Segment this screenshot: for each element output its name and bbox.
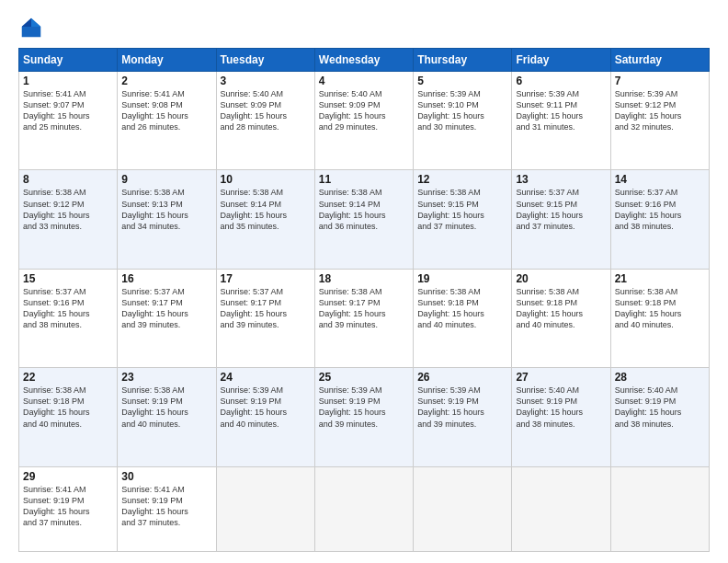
day-number: 29 — [23, 470, 113, 483]
calendar-cell: 5Sunrise: 5:39 AM Sunset: 9:10 PM Daylig… — [414, 72, 512, 170]
calendar-cell: 29Sunrise: 5:41 AM Sunset: 9:19 PM Dayli… — [19, 466, 118, 551]
column-header-monday: Monday — [118, 49, 216, 72]
day-number: 18 — [319, 272, 409, 285]
day-info: Sunrise: 5:39 AM Sunset: 9:10 PM Dayligh… — [417, 88, 507, 133]
day-number: 25 — [319, 371, 409, 384]
day-number: 13 — [516, 173, 606, 186]
day-number: 19 — [417, 272, 507, 285]
calendar-cell: 10Sunrise: 5:38 AM Sunset: 9:14 PM Dayli… — [216, 170, 314, 269]
day-info: Sunrise: 5:37 AM Sunset: 9:16 PM Dayligh… — [23, 286, 113, 331]
calendar-cell — [414, 466, 512, 551]
day-number: 6 — [516, 75, 606, 87]
calendar-cell: 19Sunrise: 5:38 AM Sunset: 9:18 PM Dayli… — [414, 269, 512, 367]
calendar-cell: 1Sunrise: 5:41 AM Sunset: 9:07 PM Daylig… — [19, 72, 118, 170]
calendar-cell: 28Sunrise: 5:40 AM Sunset: 9:19 PM Dayli… — [610, 368, 709, 466]
calendar-cell — [512, 466, 610, 551]
day-info: Sunrise: 5:39 AM Sunset: 9:19 PM Dayligh… — [221, 385, 311, 430]
day-number: 27 — [516, 371, 606, 384]
logo-icon — [18, 15, 44, 40]
calendar-cell: 30Sunrise: 5:41 AM Sunset: 9:19 PM Dayli… — [118, 466, 216, 551]
day-number: 16 — [121, 272, 211, 285]
day-number: 23 — [121, 371, 211, 384]
day-number: 2 — [121, 75, 211, 87]
day-info: Sunrise: 5:37 AM Sunset: 9:17 PM Dayligh… — [121, 286, 211, 331]
day-number: 8 — [23, 173, 113, 186]
calendar-cell: 11Sunrise: 5:38 AM Sunset: 9:14 PM Dayli… — [314, 170, 413, 269]
day-info: Sunrise: 5:38 AM Sunset: 9:14 PM Dayligh… — [221, 187, 311, 232]
calendar-cell: 21Sunrise: 5:38 AM Sunset: 9:18 PM Dayli… — [610, 269, 709, 367]
calendar-cell: 15Sunrise: 5:37 AM Sunset: 9:16 PM Dayli… — [19, 269, 118, 367]
calendar-cell: 22Sunrise: 5:38 AM Sunset: 9:18 PM Dayli… — [19, 368, 118, 466]
svg-marker-2 — [22, 18, 31, 27]
day-number: 9 — [121, 173, 211, 186]
calendar-cell: 17Sunrise: 5:37 AM Sunset: 9:17 PM Dayli… — [216, 269, 314, 367]
page: SundayMondayTuesdayWednesdayThursdayFrid… — [0, 0, 728, 563]
day-number: 5 — [417, 75, 507, 87]
calendar-cell: 20Sunrise: 5:38 AM Sunset: 9:18 PM Dayli… — [512, 269, 610, 367]
day-number: 10 — [221, 173, 311, 186]
day-info: Sunrise: 5:38 AM Sunset: 9:14 PM Dayligh… — [319, 187, 409, 232]
calendar-cell: 27Sunrise: 5:40 AM Sunset: 9:19 PM Dayli… — [512, 368, 610, 466]
day-number: 12 — [417, 173, 507, 186]
calendar-table: SundayMondayTuesdayWednesdayThursdayFrid… — [18, 48, 710, 552]
day-info: Sunrise: 5:39 AM Sunset: 9:19 PM Dayligh… — [417, 385, 507, 430]
calendar-cell: 4Sunrise: 5:40 AM Sunset: 9:09 PM Daylig… — [314, 72, 413, 170]
calendar-cell: 14Sunrise: 5:37 AM Sunset: 9:16 PM Dayli… — [610, 170, 709, 269]
calendar-cell — [314, 466, 413, 551]
day-number: 15 — [23, 272, 113, 285]
calendar-cell: 24Sunrise: 5:39 AM Sunset: 9:19 PM Dayli… — [216, 368, 314, 466]
day-number: 3 — [221, 75, 311, 87]
day-info: Sunrise: 5:39 AM Sunset: 9:12 PM Dayligh… — [615, 88, 705, 133]
svg-marker-1 — [31, 18, 40, 27]
header — [18, 15, 710, 40]
day-number: 24 — [221, 371, 311, 384]
calendar-cell: 2Sunrise: 5:41 AM Sunset: 9:08 PM Daylig… — [118, 72, 216, 170]
day-number: 7 — [615, 75, 705, 87]
calendar-cell — [216, 466, 314, 551]
day-info: Sunrise: 5:37 AM Sunset: 9:15 PM Dayligh… — [516, 187, 606, 232]
calendar-cell: 18Sunrise: 5:38 AM Sunset: 9:17 PM Dayli… — [314, 269, 413, 367]
day-number: 11 — [319, 173, 409, 186]
day-info: Sunrise: 5:41 AM Sunset: 9:19 PM Dayligh… — [121, 484, 211, 529]
day-info: Sunrise: 5:37 AM Sunset: 9:16 PM Dayligh… — [615, 187, 705, 232]
day-info: Sunrise: 5:38 AM Sunset: 9:18 PM Dayligh… — [417, 286, 507, 331]
day-info: Sunrise: 5:38 AM Sunset: 9:13 PM Dayligh… — [121, 187, 211, 232]
day-info: Sunrise: 5:38 AM Sunset: 9:18 PM Dayligh… — [23, 385, 113, 430]
calendar-row-3: 22Sunrise: 5:38 AM Sunset: 9:18 PM Dayli… — [19, 368, 710, 466]
calendar-cell: 13Sunrise: 5:37 AM Sunset: 9:15 PM Dayli… — [512, 170, 610, 269]
day-number: 17 — [221, 272, 311, 285]
day-info: Sunrise: 5:38 AM Sunset: 9:18 PM Dayligh… — [615, 286, 705, 331]
day-info: Sunrise: 5:39 AM Sunset: 9:19 PM Dayligh… — [319, 385, 409, 430]
column-header-saturday: Saturday — [610, 49, 709, 72]
calendar-cell: 6Sunrise: 5:39 AM Sunset: 9:11 PM Daylig… — [512, 72, 610, 170]
calendar-row-0: 1Sunrise: 5:41 AM Sunset: 9:07 PM Daylig… — [19, 72, 710, 170]
day-number: 4 — [319, 75, 409, 87]
day-number: 20 — [516, 272, 606, 285]
day-info: Sunrise: 5:38 AM Sunset: 9:17 PM Dayligh… — [319, 286, 409, 331]
day-number: 22 — [23, 371, 113, 384]
logo — [18, 15, 48, 40]
calendar-row-2: 15Sunrise: 5:37 AM Sunset: 9:16 PM Dayli… — [19, 269, 710, 367]
calendar-cell — [610, 466, 709, 551]
calendar-cell: 7Sunrise: 5:39 AM Sunset: 9:12 PM Daylig… — [610, 72, 709, 170]
day-info: Sunrise: 5:41 AM Sunset: 9:08 PM Dayligh… — [121, 88, 211, 133]
day-info: Sunrise: 5:37 AM Sunset: 9:17 PM Dayligh… — [221, 286, 311, 331]
column-header-tuesday: Tuesday — [216, 49, 314, 72]
calendar-cell: 25Sunrise: 5:39 AM Sunset: 9:19 PM Dayli… — [314, 368, 413, 466]
calendar-row-1: 8Sunrise: 5:38 AM Sunset: 9:12 PM Daylig… — [19, 170, 710, 269]
day-number: 30 — [121, 470, 211, 483]
day-info: Sunrise: 5:39 AM Sunset: 9:11 PM Dayligh… — [516, 88, 606, 133]
calendar-cell: 12Sunrise: 5:38 AM Sunset: 9:15 PM Dayli… — [414, 170, 512, 269]
day-info: Sunrise: 5:40 AM Sunset: 9:19 PM Dayligh… — [615, 385, 705, 430]
day-info: Sunrise: 5:38 AM Sunset: 9:15 PM Dayligh… — [417, 187, 507, 232]
column-header-wednesday: Wednesday — [314, 49, 413, 72]
day-info: Sunrise: 5:40 AM Sunset: 9:09 PM Dayligh… — [221, 88, 311, 133]
day-number: 21 — [615, 272, 705, 285]
column-header-thursday: Thursday — [414, 49, 512, 72]
day-number: 1 — [23, 75, 113, 87]
day-info: Sunrise: 5:40 AM Sunset: 9:09 PM Dayligh… — [319, 88, 409, 133]
day-number: 14 — [615, 173, 705, 186]
calendar-cell: 8Sunrise: 5:38 AM Sunset: 9:12 PM Daylig… — [19, 170, 118, 269]
day-info: Sunrise: 5:38 AM Sunset: 9:12 PM Dayligh… — [23, 187, 113, 232]
day-info: Sunrise: 5:38 AM Sunset: 9:18 PM Dayligh… — [516, 286, 606, 331]
